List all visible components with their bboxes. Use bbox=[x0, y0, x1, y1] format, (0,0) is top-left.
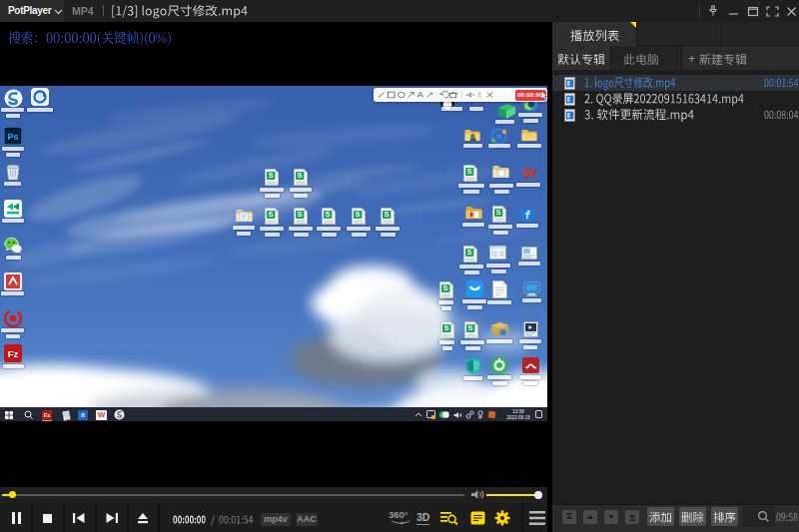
svg-text:S: S bbox=[443, 284, 448, 291]
svg-text:S: S bbox=[269, 211, 274, 218]
svg-text:S: S bbox=[444, 324, 449, 331]
svg-text:S: S bbox=[468, 324, 473, 331]
svg-text:S: S bbox=[298, 172, 303, 179]
svg-text:Ps: Ps bbox=[7, 132, 18, 142]
svg-text:S: S bbox=[467, 168, 472, 175]
svg-text:S: S bbox=[298, 211, 303, 218]
svg-text:S: S bbox=[269, 172, 274, 179]
svg-text:S: S bbox=[356, 211, 361, 218]
svg-text:S: S bbox=[496, 209, 501, 216]
svg-text:S: S bbox=[385, 211, 390, 218]
svg-text:Fz: Fz bbox=[8, 348, 19, 359]
svg-text:S: S bbox=[467, 249, 472, 256]
svg-text:S: S bbox=[326, 211, 331, 218]
